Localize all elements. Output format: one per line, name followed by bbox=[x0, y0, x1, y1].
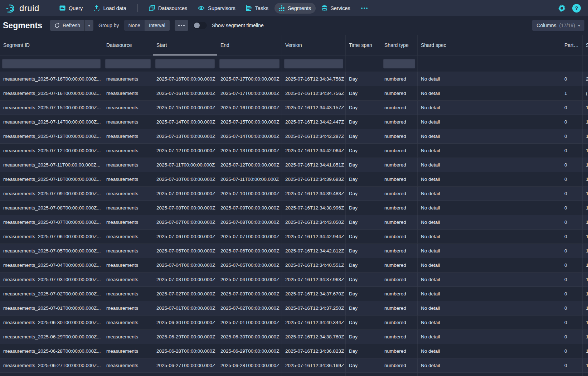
cell-id[interactable]: measurements_2025-07-13T00:00:00.000Z... bbox=[0, 129, 103, 144]
nav-item-segments[interactable]: Segments bbox=[274, 3, 316, 14]
cell-partition[interactable]: 0 bbox=[561, 244, 583, 258]
cell-version[interactable]: 2025-07-16T12:34:42.064Z bbox=[282, 144, 346, 158]
cell-id[interactable]: measurements_2025-07-08T00:00:00.000Z... bbox=[0, 201, 103, 215]
cell-version[interactable]: 2025-07-16T12:34:34.756Z bbox=[282, 86, 346, 101]
cell-id[interactable]: measurements_2025-06-26T00:00:00.000Z... bbox=[0, 373, 103, 376]
cell-size[interactable]: 1 bbox=[583, 244, 588, 258]
cell-version[interactable]: 2025-07-16T12:34:43.157Z bbox=[282, 101, 346, 115]
cell-id[interactable]: measurements_2025-07-02T00:00:00.000Z... bbox=[0, 287, 103, 301]
table-row[interactable]: measurements_2025-07-06T00:00:00.000Z...… bbox=[0, 230, 588, 244]
cell-shard_spec[interactable]: No detail bbox=[418, 172, 561, 187]
cell-end[interactable]: 2025-06-28T00:00:00.000Z bbox=[217, 358, 282, 373]
group-by-interval-button[interactable]: Interval bbox=[145, 20, 170, 31]
cell-partition[interactable]: 0 bbox=[561, 344, 583, 358]
cell-shard_type[interactable]: numbered bbox=[381, 230, 418, 244]
cell-id[interactable]: measurements_2025-07-07T00:00:00.000Z... bbox=[0, 215, 103, 230]
cell-start[interactable]: 2025-07-13T00:00:00.000Z bbox=[153, 129, 217, 144]
cell-shard_type[interactable]: numbered bbox=[381, 273, 418, 287]
cell-version[interactable]: 2025-07-16T12:34:37.670Z bbox=[282, 287, 346, 301]
cell-size[interactable]: 1 bbox=[583, 129, 588, 144]
cell-datasource[interactable]: measurements bbox=[103, 172, 153, 187]
cell-time_span[interactable]: Day bbox=[346, 230, 381, 244]
table-row[interactable]: measurements_2025-07-04T00:00:00.000Z...… bbox=[0, 258, 588, 273]
cell-version[interactable]: 2025-07-16T12:34:40.344Z bbox=[282, 315, 346, 330]
cell-end[interactable]: 2025-06-27T00:00:00.000Z bbox=[217, 373, 282, 376]
cell-datasource[interactable]: measurements bbox=[103, 101, 153, 115]
cell-shard_type[interactable]: numbered bbox=[381, 258, 418, 273]
cell-shard_spec[interactable]: No detail bbox=[418, 273, 561, 287]
cell-shard_type[interactable]: numbered bbox=[381, 201, 418, 215]
cell-partition[interactable]: 0 bbox=[561, 129, 583, 144]
cell-version[interactable]: 2025-07-16T12:34:37.250Z bbox=[282, 301, 346, 315]
cell-shard_type[interactable]: numbered bbox=[381, 244, 418, 258]
cell-shard_spec[interactable]: No detail bbox=[418, 187, 561, 201]
nav-more-button[interactable] bbox=[356, 5, 372, 11]
cell-end[interactable]: 2025-06-30T00:00:00.000Z bbox=[217, 330, 282, 344]
cell-size[interactable]: 1 bbox=[583, 330, 588, 344]
cell-datasource[interactable]: measurements bbox=[103, 230, 153, 244]
cell-end[interactable]: 2025-07-11T00:00:00.000Z bbox=[217, 172, 282, 187]
cell-start[interactable]: 2025-07-06T00:00:00.000Z bbox=[153, 230, 217, 244]
cell-datasource[interactable]: measurements bbox=[103, 344, 153, 358]
cell-shard_type[interactable]: numbered bbox=[381, 287, 418, 301]
cell-end[interactable]: 2025-07-07T00:00:00.000Z bbox=[217, 230, 282, 244]
cell-datasource[interactable]: measurements bbox=[103, 273, 153, 287]
cell-id[interactable]: measurements_2025-07-12T00:00:00.000Z... bbox=[0, 144, 103, 158]
cell-shard_type[interactable]: numbered bbox=[381, 129, 418, 144]
cell-datasource[interactable]: measurements bbox=[103, 115, 153, 129]
cell-size[interactable]: 1 bbox=[583, 101, 588, 115]
cell-partition[interactable]: 0 bbox=[561, 101, 583, 115]
cell-version[interactable]: 2025-07-16T12:34:42.287Z bbox=[282, 129, 346, 144]
table-row[interactable]: measurements_2025-06-26T00:00:00.000Z...… bbox=[0, 373, 588, 376]
table-row[interactable]: measurements_2025-07-03T00:00:00.000Z...… bbox=[0, 273, 588, 287]
nav-item-tasks[interactable]: Tasks bbox=[242, 3, 273, 14]
nav-item-supervisors[interactable]: Supervisors bbox=[193, 3, 240, 14]
cell-partition[interactable]: 0 bbox=[561, 230, 583, 244]
cell-version[interactable]: 2025-07-16T12:34:40.551Z bbox=[282, 258, 346, 273]
cell-shard_spec[interactable]: No detail bbox=[418, 201, 561, 215]
cell-version[interactable]: 2025-07-16T12:34:41.851Z bbox=[282, 158, 346, 172]
cell-datasource[interactable]: measurements bbox=[103, 244, 153, 258]
cell-datasource[interactable]: measurements bbox=[103, 301, 153, 315]
cell-end[interactable]: 2025-07-15T00:00:00.000Z bbox=[217, 115, 282, 129]
cell-version[interactable]: 2025-07-16T12:34:38.996Z bbox=[282, 201, 346, 215]
table-row[interactable]: measurements_2025-07-05T00:00:00.000Z...… bbox=[0, 244, 588, 258]
cell-shard_spec[interactable]: No detail bbox=[418, 158, 561, 172]
cell-shard_spec[interactable]: No detail bbox=[418, 72, 561, 86]
cell-shard_spec[interactable]: No detail bbox=[418, 129, 561, 144]
cell-time_span[interactable]: Day bbox=[346, 258, 381, 273]
cell-time_span[interactable]: Day bbox=[346, 301, 381, 315]
cell-size[interactable]: 1 bbox=[583, 215, 588, 230]
cell-end[interactable]: 2025-07-08T00:00:00.000Z bbox=[217, 215, 282, 230]
cell-shard_spec[interactable]: No detail bbox=[418, 330, 561, 344]
cell-end[interactable]: 2025-07-06T00:00:00.000Z bbox=[217, 244, 282, 258]
cell-id[interactable]: measurements_2025-07-03T00:00:00.000Z... bbox=[0, 273, 103, 287]
table-row[interactable]: measurements_2025-06-28T00:00:00.000Z...… bbox=[0, 344, 588, 358]
cell-size[interactable]: 1 bbox=[583, 258, 588, 273]
cell-time_span[interactable]: Day bbox=[346, 315, 381, 330]
column-header-time_span[interactable]: Time span bbox=[346, 35, 381, 56]
refresh-interval-dropdown[interactable]: ▾ bbox=[84, 20, 93, 31]
help-icon[interactable]: ? bbox=[572, 4, 581, 13]
cell-version[interactable]: 2025-07-16T12:34:39.483Z bbox=[282, 187, 346, 201]
cell-start[interactable]: 2025-06-29T00:00:00.000Z bbox=[153, 330, 217, 344]
cell-shard_type[interactable]: numbered bbox=[381, 215, 418, 230]
cell-id[interactable]: measurements_2025-07-15T00:00:00.000Z... bbox=[0, 101, 103, 115]
cell-start[interactable]: 2025-06-30T00:00:00.000Z bbox=[153, 315, 217, 330]
cell-shard_spec[interactable]: No detail bbox=[418, 258, 561, 273]
table-row[interactable]: measurements_2025-07-02T00:00:00.000Z...… bbox=[0, 287, 588, 301]
cell-size[interactable]: 1 bbox=[583, 172, 588, 187]
cell-partition[interactable]: 0 bbox=[561, 144, 583, 158]
cell-shard_type[interactable]: numbered bbox=[381, 144, 418, 158]
cell-datasource[interactable]: measurements bbox=[103, 358, 153, 373]
column-header-shard_spec[interactable]: Shard spec bbox=[418, 35, 561, 56]
cell-start[interactable]: 2025-06-26T00:00:00.000Z bbox=[153, 373, 217, 376]
gear-icon[interactable] bbox=[558, 4, 566, 12]
cell-datasource[interactable]: measurements bbox=[103, 129, 153, 144]
cell-shard_spec[interactable]: No detail bbox=[418, 215, 561, 230]
cell-version[interactable]: 2025-07-16T12:34:38.760Z bbox=[282, 330, 346, 344]
cell-datasource[interactable]: measurements bbox=[103, 72, 153, 86]
column-header-partition[interactable]: Partition bbox=[561, 35, 583, 56]
cell-partition[interactable]: 0 bbox=[561, 158, 583, 172]
cell-size[interactable]: 1 bbox=[583, 115, 588, 129]
